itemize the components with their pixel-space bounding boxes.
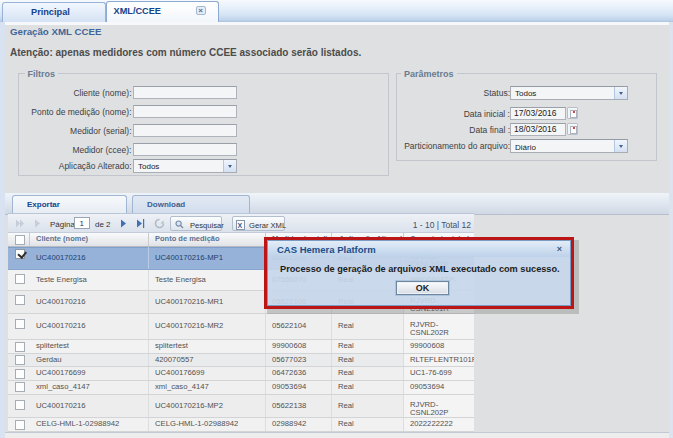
- svg-text:X: X: [238, 221, 243, 228]
